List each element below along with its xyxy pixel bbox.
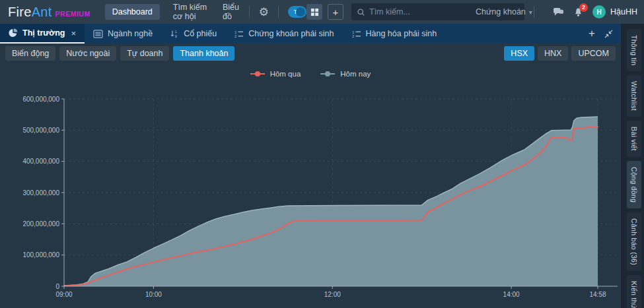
settings-gear-icon[interactable]: ⚙ xyxy=(259,7,269,18)
tab-nganh-nghe[interactable]: Ngành nghề xyxy=(85,24,161,44)
numbered-list-icon: 12 xyxy=(234,30,244,38)
sidebar-item-canh-bao[interactable]: Cảnh báo (36) xyxy=(627,212,641,271)
svg-text:9: 9 xyxy=(175,34,178,38)
tab-label: Chứng khoán phái sinh xyxy=(248,29,334,38)
add-widget-button[interactable]: + xyxy=(328,4,343,20)
tab-label: Cổ phiếu xyxy=(184,29,217,38)
numbered-list-icon: 12 xyxy=(351,30,361,38)
collapse-icon[interactable] xyxy=(604,30,613,38)
filter-bien-dong[interactable]: Biến động xyxy=(5,46,55,61)
filter-tu-doanh[interactable]: Tự doanh xyxy=(120,46,169,61)
fireant-logo: Fire Ant PREMIUM xyxy=(8,5,90,20)
chevron-down-icon: ▾ xyxy=(529,9,532,16)
chart-plot-area: 0100,000,000200,000,000300,000,000400,00… xyxy=(0,63,621,308)
add-tab-button[interactable]: + xyxy=(589,27,595,40)
top-navigation-bar: Fire Ant PREMIUM Dashboard Tìm kiếm cơ h… xyxy=(0,0,644,24)
svg-text:12:00: 12:00 xyxy=(324,291,341,298)
nav-opportunity-search[interactable]: Tìm kiếm cơ hội xyxy=(173,3,209,21)
svg-text:500,000,000: 500,000,000 xyxy=(22,127,59,134)
exchange-hnx[interactable]: HNX xyxy=(538,46,568,61)
nav-dashboard[interactable]: Dashboard xyxy=(105,4,160,20)
svg-text:1: 1 xyxy=(352,30,355,34)
pie-chart-icon xyxy=(9,28,18,38)
svg-text:14:00: 14:00 xyxy=(503,291,520,298)
grid-icon xyxy=(310,8,319,16)
sidebar-item-thong-tin[interactable]: Thông tin xyxy=(627,29,641,71)
filter-nuoc-ngoai[interactable]: Nước ngoài xyxy=(59,46,116,61)
legend-item[interactable]: Hôm qua xyxy=(250,70,301,78)
svg-text:2: 2 xyxy=(352,34,355,38)
tab-hang-hoa-phai-sinh[interactable]: 12 Hàng hóa phái sinh xyxy=(343,24,446,44)
svg-text:1: 1 xyxy=(175,29,178,34)
tab-thi-truong[interactable]: Thị trường × xyxy=(0,24,85,44)
svg-text:14:58: 14:58 xyxy=(589,291,606,298)
list-icon xyxy=(93,30,103,38)
chart-legend: Hôm quaHôm nay xyxy=(0,70,621,78)
filter-row: Biến động Nước ngoài Tự doanh Thanh khoả… xyxy=(0,44,621,63)
sidebar-item-cong-dong[interactable]: Cộng đồng xyxy=(627,161,641,208)
divider xyxy=(278,6,279,18)
logo-fire: Fire xyxy=(8,5,32,20)
legend-item[interactable]: Hôm nay xyxy=(320,70,371,78)
divider xyxy=(534,6,534,18)
notification-badge: 2 xyxy=(579,3,588,12)
filter-thanh-khoan[interactable]: Thanh khoản xyxy=(173,46,234,61)
username: HậuHH xyxy=(610,7,637,16)
toggle-knob xyxy=(296,7,305,16)
legend-label: Hôm nay xyxy=(340,70,371,78)
nav-charts[interactable]: Biểu đồ xyxy=(223,3,240,21)
tab-label: Thị trường xyxy=(22,28,65,38)
legend-marker-icon xyxy=(320,71,335,77)
legend-marker-icon xyxy=(250,71,265,77)
search-input[interactable] xyxy=(369,7,476,16)
svg-text:200,000,000: 200,000,000 xyxy=(22,220,59,228)
close-icon[interactable]: × xyxy=(71,28,76,38)
exchange-upcom[interactable]: UPCOM xyxy=(571,46,616,61)
tab-chung-khoan-phai-sinh[interactable]: 12 Chứng khoán phái sinh xyxy=(225,24,342,44)
avatar[interactable]: H xyxy=(592,5,606,18)
market-panel: Biến động Nước ngoài Tự doanh Thanh khoả… xyxy=(0,44,621,308)
sidebar-item-bai-viet[interactable]: Bài viết xyxy=(627,121,641,157)
sort-numeric-icon: 19 xyxy=(170,29,179,38)
svg-text:600,000,000: 600,000,000 xyxy=(22,96,59,103)
tab-label: Ngành nghề xyxy=(108,29,153,38)
svg-text:2: 2 xyxy=(234,34,237,38)
sidebar-item-kien-thuc[interactable]: Kiến thức xyxy=(627,275,641,308)
dark-theme-toggle[interactable]: Tối xyxy=(288,6,306,18)
notifications-button[interactable]: 2 xyxy=(573,7,583,17)
svg-text:400,000,000: 400,000,000 xyxy=(22,158,59,165)
svg-text:0: 0 xyxy=(55,283,59,290)
search-icon xyxy=(357,8,365,16)
svg-text:100,000,000: 100,000,000 xyxy=(22,251,59,259)
svg-text:1: 1 xyxy=(234,30,237,34)
sidebar-item-watchlist[interactable]: Watchlist xyxy=(627,75,641,117)
chat-icon xyxy=(553,7,564,17)
svg-text:300,000,000: 300,000,000 xyxy=(22,189,59,197)
logo-ant: Ant xyxy=(32,5,52,20)
divider xyxy=(249,6,250,18)
search-scope-dropdown[interactable]: Chứng khoán ▾ xyxy=(476,7,532,16)
legend-label: Hôm qua xyxy=(270,70,301,78)
layout-grid-button[interactable] xyxy=(306,4,322,20)
search-scope-value: Chứng khoán xyxy=(476,7,526,16)
messages-button[interactable] xyxy=(553,7,564,17)
svg-text:09:00: 09:00 xyxy=(55,291,72,298)
liquidity-chart: Hôm quaHôm nay 0100,000,000200,000,00030… xyxy=(0,63,621,308)
exchange-hsx[interactable]: HSX xyxy=(504,46,534,61)
premium-badge: PREMIUM xyxy=(55,10,90,18)
right-sidebar: Thông tin Watchlist Bài viết Cộng đồng C… xyxy=(621,24,644,308)
svg-text:10:00: 10:00 xyxy=(145,291,162,298)
tab-co-phieu[interactable]: 19 Cổ phiếu xyxy=(161,24,225,44)
search-box[interactable]: Chứng khoán ▾ xyxy=(351,3,524,20)
workspace-tabbar: Thị trường × Ngành nghề 19 Cổ phiếu 12 C… xyxy=(0,24,621,44)
tab-label: Hàng hóa phái sinh xyxy=(366,29,437,38)
